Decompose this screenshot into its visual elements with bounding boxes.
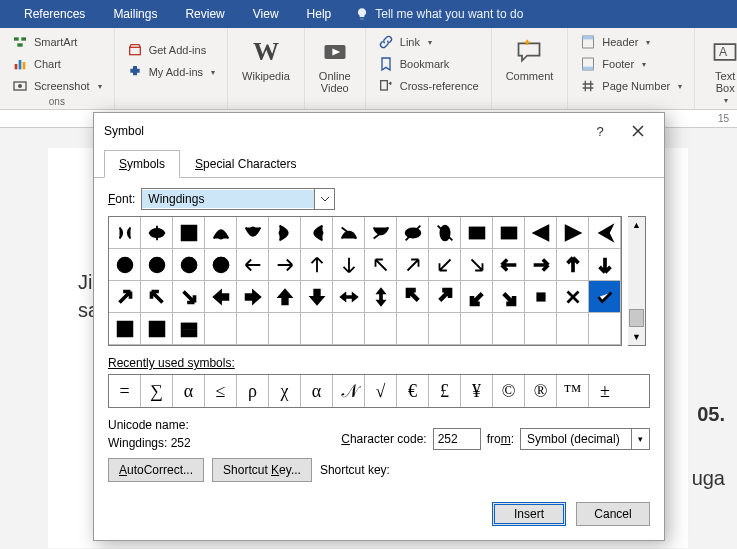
symbol-cell[interactable] [589, 249, 621, 281]
symbol-cell[interactable] [365, 281, 397, 313]
symbol-cell[interactable] [269, 217, 301, 249]
symbol-cell[interactable] [205, 249, 237, 281]
wikipedia-button[interactable]: W Wikipedia [236, 32, 296, 86]
symbol-cell[interactable] [429, 217, 461, 249]
pagenumber-button[interactable]: Page Number [576, 76, 686, 96]
symbol-cell[interactable] [525, 217, 557, 249]
dialog-help-button[interactable]: ? [582, 119, 618, 143]
textbox-button[interactable]: A Text Box [703, 32, 737, 109]
recent-symbol-cell[interactable]: ∑ [141, 375, 173, 407]
symbol-cell[interactable] [461, 249, 493, 281]
shortcut-key-button[interactable]: Shortcut Key... [212, 458, 312, 482]
symbol-cell[interactable] [173, 249, 205, 281]
from-dropdown-button[interactable]: ▾ [631, 429, 649, 449]
recent-symbol-cell[interactable]: α [173, 375, 205, 407]
recent-symbol-cell[interactable]: 𝒩 [333, 375, 365, 407]
symbol-cell[interactable] [397, 281, 429, 313]
symbol-cell[interactable] [301, 249, 333, 281]
symbol-cell[interactable] [557, 281, 589, 313]
from-combo[interactable]: Symbol (decimal) ▾ [520, 428, 650, 450]
symbol-cell[interactable] [333, 249, 365, 281]
symbol-cell[interactable] [109, 281, 141, 313]
symbol-cell[interactable] [301, 217, 333, 249]
recent-symbol-cell[interactable]: α [301, 375, 333, 407]
recent-symbol-cell[interactable]: £ [429, 375, 461, 407]
symbol-cell[interactable] [493, 249, 525, 281]
recent-symbol-cell[interactable]: = [109, 375, 141, 407]
symbol-cell[interactable] [525, 249, 557, 281]
insert-button[interactable]: Insert [492, 502, 566, 526]
symbol-cell[interactable] [141, 313, 173, 345]
symbol-cell[interactable] [205, 281, 237, 313]
symbol-cell[interactable] [269, 281, 301, 313]
symbol-cell[interactable] [333, 217, 365, 249]
font-dropdown-button[interactable] [314, 189, 334, 209]
symbol-cell[interactable] [237, 217, 269, 249]
symbol-cell[interactable] [461, 281, 493, 313]
symbol-cell[interactable] [365, 249, 397, 281]
symbol-cell[interactable] [525, 281, 557, 313]
recent-symbol-cell[interactable]: ± [589, 375, 621, 407]
my-addins-button[interactable]: My Add-ins [123, 62, 219, 82]
tab-help[interactable]: Help [293, 0, 346, 28]
symbol-cell[interactable] [301, 281, 333, 313]
font-input[interactable] [142, 190, 314, 208]
tab-view[interactable]: View [239, 0, 293, 28]
tab-mailings[interactable]: Mailings [99, 0, 171, 28]
tab-review[interactable]: Review [171, 0, 238, 28]
symbol-cell[interactable] [365, 217, 397, 249]
symbol-cell[interactable] [109, 313, 141, 345]
recent-symbol-cell[interactable]: ρ [237, 375, 269, 407]
recent-symbol-cell[interactable]: ® [525, 375, 557, 407]
recent-symbol-cell[interactable]: χ [269, 375, 301, 407]
recent-symbol-cell[interactable]: √ [365, 375, 397, 407]
symbol-cell[interactable] [397, 249, 429, 281]
symbol-cell[interactable] [141, 217, 173, 249]
screenshot-button[interactable]: Screenshot [8, 76, 106, 96]
recent-symbol-cell[interactable]: ™ [557, 375, 589, 407]
online-video-button[interactable]: Online Video [313, 32, 357, 98]
tab-references[interactable]: References [10, 0, 99, 28]
symbol-cell[interactable] [461, 217, 493, 249]
bookmark-button[interactable]: Bookmark [374, 54, 483, 74]
symbol-cell[interactable] [173, 313, 205, 345]
autocorrect-button[interactable]: AutoCorrect... [108, 458, 204, 482]
chart-button[interactable]: Chart [8, 54, 106, 74]
scroll-up-button[interactable]: ▲ [628, 217, 645, 233]
scroll-track[interactable] [628, 233, 645, 329]
symbol-cell[interactable] [141, 281, 173, 313]
symbol-cell[interactable] [141, 249, 173, 281]
tab-symbols[interactable]: Symbols [104, 150, 180, 178]
recent-symbols-grid[interactable]: =∑α≤ρχα𝒩√€£¥©®™± [108, 374, 650, 408]
symbol-cell[interactable] [557, 249, 589, 281]
scroll-down-button[interactable]: ▼ [628, 329, 645, 345]
symbol-cell[interactable] [493, 281, 525, 313]
symbol-cell[interactable] [589, 281, 621, 313]
cancel-button[interactable]: Cancel [576, 502, 650, 526]
symbol-cell[interactable] [205, 217, 237, 249]
symbol-cell[interactable] [173, 281, 205, 313]
symbol-cell[interactable] [429, 281, 461, 313]
tell-me[interactable]: Tell me what you want to do [345, 7, 523, 21]
recent-symbol-cell[interactable]: © [493, 375, 525, 407]
symbol-cell[interactable] [109, 249, 141, 281]
symbol-cell[interactable] [397, 217, 429, 249]
symbol-cell[interactable] [173, 217, 205, 249]
dialog-close-button[interactable] [620, 119, 656, 143]
scroll-thumb[interactable] [629, 309, 644, 327]
get-addins-button[interactable]: Get Add-ins [123, 40, 219, 60]
symbol-grid[interactable] [108, 216, 622, 346]
symbol-cell[interactable] [589, 217, 621, 249]
symbol-cell[interactable] [109, 217, 141, 249]
symbol-cell[interactable] [237, 281, 269, 313]
symbol-cell[interactable] [269, 249, 301, 281]
charcode-input[interactable] [433, 428, 481, 450]
font-combo[interactable] [141, 188, 335, 210]
recent-symbol-cell[interactable]: ≤ [205, 375, 237, 407]
symbol-scrollbar[interactable]: ▲ ▼ [628, 216, 646, 346]
recent-symbol-cell[interactable]: ¥ [461, 375, 493, 407]
symbol-cell[interactable] [237, 249, 269, 281]
recent-symbol-cell[interactable]: € [397, 375, 429, 407]
symbol-cell[interactable] [493, 217, 525, 249]
smartart-button[interactable]: SmartArt [8, 32, 106, 52]
